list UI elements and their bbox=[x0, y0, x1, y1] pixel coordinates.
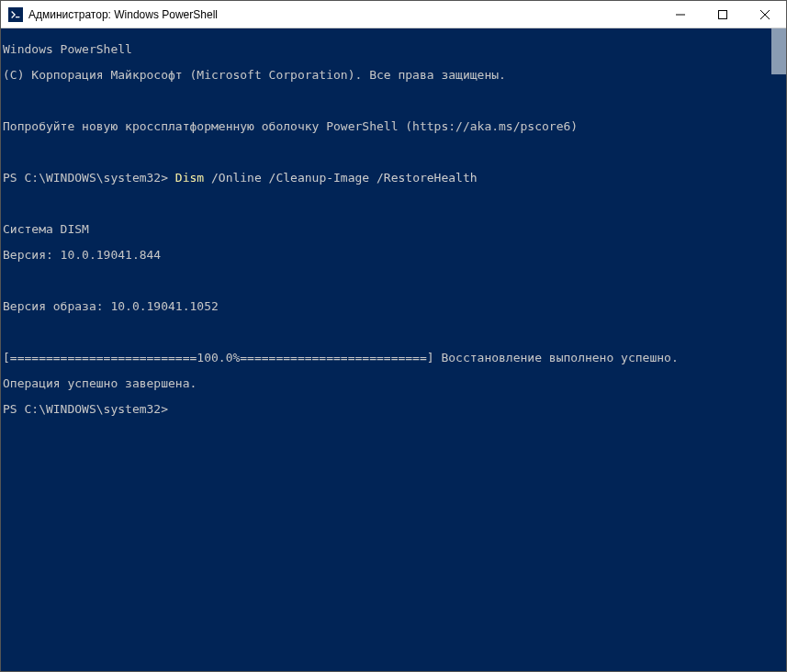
output-line: Версия образа: 10.0.19041.1052 bbox=[3, 300, 770, 313]
blank-line bbox=[3, 146, 770, 159]
titlebar[interactable]: Администратор: Windows PowerShell bbox=[1, 1, 786, 28]
close-button[interactable] bbox=[744, 1, 786, 28]
terminal-output[interactable]: Windows PowerShell (C) Корпорация Майкро… bbox=[1, 28, 771, 671]
blank-line bbox=[3, 197, 770, 210]
maximize-button[interactable] bbox=[702, 1, 744, 28]
powershell-window: Администратор: Windows PowerShell Window… bbox=[0, 0, 787, 672]
prompt-path: PS C:\WINDOWS\system32> bbox=[3, 402, 168, 416]
blank-line bbox=[3, 95, 770, 107]
output-line: Попробуйте новую кроссплатформенную обол… bbox=[3, 120, 770, 133]
command-args: /Online /Cleanup-Image /RestoreHealth bbox=[204, 171, 477, 185]
vertical-scrollbar[interactable] bbox=[771, 28, 786, 671]
terminal-area: Windows PowerShell (C) Корпорация Майкро… bbox=[1, 28, 786, 671]
output-line: Cистема DISM bbox=[3, 223, 770, 236]
prompt-path: PS C:\WINDOWS\system32> bbox=[3, 171, 175, 185]
progress-line: [==========================100.0%=======… bbox=[3, 352, 770, 364]
blank-line bbox=[3, 326, 770, 339]
scrollbar-track[interactable] bbox=[771, 28, 786, 671]
command-line: PS C:\WINDOWS\system32> Dism /Online /Cl… bbox=[3, 172, 770, 185]
scrollbar-thumb[interactable] bbox=[771, 28, 786, 74]
blank-line bbox=[3, 274, 770, 287]
window-controls bbox=[659, 1, 786, 28]
minimize-button[interactable] bbox=[659, 1, 702, 28]
output-line: Windows PowerShell bbox=[3, 43, 770, 56]
powershell-icon bbox=[8, 7, 23, 22]
svg-rect-1 bbox=[719, 10, 727, 18]
window-title: Администратор: Windows PowerShell bbox=[28, 8, 218, 21]
prompt-line: PS C:\WINDOWS\system32> bbox=[3, 403, 770, 416]
output-line: Операция успешно завершена. bbox=[3, 377, 770, 390]
command-name: Dism bbox=[175, 171, 204, 185]
output-line: (C) Корпорация Майкрософт (Microsoft Cor… bbox=[3, 69, 770, 82]
output-line: Версия: 10.0.19041.844 bbox=[3, 249, 770, 262]
